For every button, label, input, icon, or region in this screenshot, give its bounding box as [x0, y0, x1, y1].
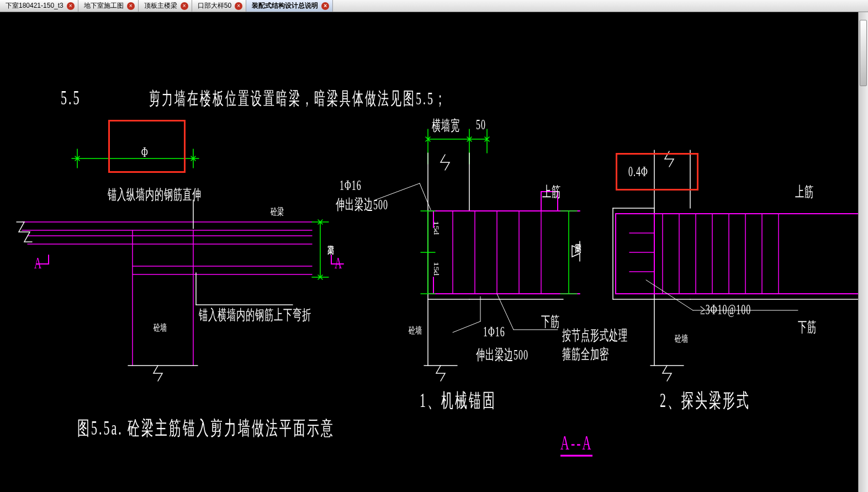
label-anchor-horizontal: 锚入横墙内的钢筋上下弯折	[199, 306, 311, 325]
dim-top-label: 横墙宽	[432, 117, 460, 136]
figure-caption-left: 图5.5a. 砼梁主筋锚入剪力墙做法平面示意	[77, 415, 335, 442]
label-wall-3: 砼墙	[675, 332, 688, 346]
tab-1-label: 下室180421-150_t3	[6, 1, 63, 10]
tab-2[interactable]: 地下室施工图×	[78, 0, 139, 12]
sub-caption-1: 1、机械锚固	[420, 388, 496, 414]
label-wall-2: 砼墙	[409, 324, 422, 337]
cad-canvas[interactable]: 5.5 剪力墙在楼板位置设置暗梁，暗梁具体做法见图5.5； Φ 锚入纵墙内的钢筋…	[0, 12, 868, 492]
label-anchor-vertical: 锚入纵墙内的钢筋直伸	[108, 186, 202, 205]
phi-symbol: Φ	[141, 145, 149, 161]
vertical-scrollbar[interactable]	[858, 12, 868, 492]
stirrup-note: 按节点形式处理 箍筋全加密	[562, 327, 628, 364]
scrollbar-thumb[interactable]	[860, 20, 867, 86]
tab-5-label: 装配式结构设计总说明	[252, 1, 318, 10]
svg-line-73	[646, 280, 693, 310]
tab-4-label: 口部大样50	[198, 1, 231, 10]
close-icon[interactable]: ×	[235, 2, 242, 10]
bar-spec-bottom: 1Φ16	[483, 324, 505, 340]
dim-15d-2: 15d	[432, 262, 440, 276]
close-icon[interactable]: ×	[127, 2, 135, 10]
tab-1[interactable]: 下室180421-150_t3×	[0, 0, 78, 12]
tab-3[interactable]: 顶板主楼梁×	[139, 0, 192, 12]
document-tabs: 下室180421-150_t3× 地下室施工图× 顶板主楼梁× 口部大样50× …	[0, 0, 868, 12]
label-bot-bar-2: 下筋	[798, 319, 817, 337]
section-aa: A--A	[560, 432, 592, 457]
dim-15d-1: 15d	[432, 221, 440, 235]
dim-04phi: 0.4Φ	[628, 164, 648, 180]
bar-spec-top: 1Φ16	[340, 178, 362, 194]
extend-spec-top: 伸出梁边500	[336, 196, 388, 215]
close-icon[interactable]: ×	[181, 2, 188, 10]
extend-spec-bottom: 伸出梁边500	[476, 346, 528, 365]
svg-line-49	[453, 321, 480, 332]
close-icon[interactable]: ×	[321, 2, 329, 10]
tab-4[interactable]: 口部大样50×	[192, 0, 246, 12]
label-bot-bar: 下筋	[541, 313, 560, 332]
svg-line-48	[420, 183, 431, 210]
tab-3-label: 顶板主楼梁	[144, 1, 177, 10]
label-beam: 砼梁	[271, 205, 284, 219]
bar-group-spec: ≥3Φ10@100	[700, 302, 751, 318]
close-icon[interactable]: ×	[67, 2, 75, 10]
label-wall: 砼墙	[154, 321, 167, 335]
label-top-bar: 上筋	[542, 183, 561, 202]
label-top-bar-2: 上筋	[795, 183, 814, 202]
section-number: 5.5	[61, 87, 81, 110]
section-mark-a-left: A	[34, 254, 43, 273]
sub-caption-2: 2、探头梁形式	[660, 388, 750, 414]
tab-5[interactable]: 装配式结构设计总说明×	[246, 0, 333, 12]
heading: 剪力墙在楼板位置设置暗梁，暗梁具体做法见图5.5；	[149, 87, 447, 110]
dim-top-val: 50	[476, 117, 486, 133]
tab-2-label: 地下室施工图	[84, 1, 124, 10]
section-mark-a-right: A	[335, 254, 343, 273]
